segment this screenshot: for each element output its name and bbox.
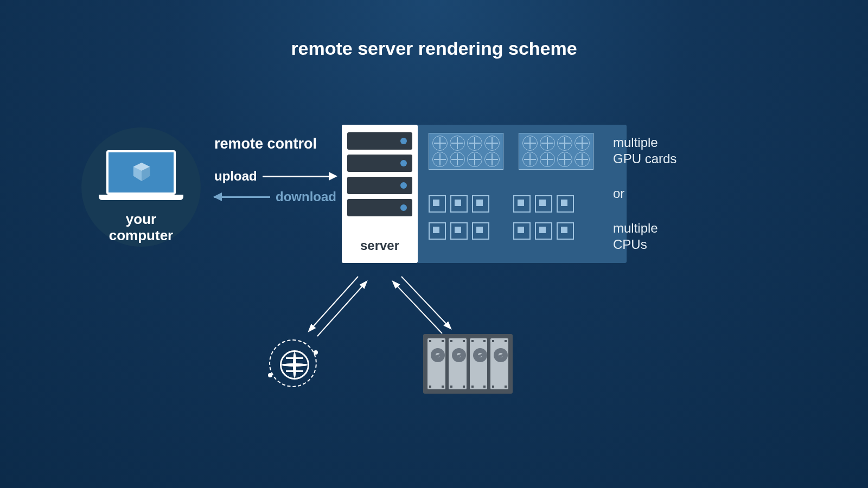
diagram-canvas: remote server rendering scheme your comp… [0,0,868,488]
cpu-chip-icon [535,222,552,240]
diagram-title: remote server rendering scheme [0,38,868,59]
gpu-label-1: multiple [613,134,676,151]
server-tower-icon: server [342,125,418,263]
svg-line-6 [393,282,442,333]
download-arrow-icon [214,196,270,198]
or-label: or [613,185,676,202]
svg-line-5 [401,277,450,328]
cpu-chip-icon [472,195,489,213]
cpu-chip-icon [450,222,468,240]
connection-arrows: remote control upload download [214,136,336,204]
cpu-chip-icon [429,195,446,213]
cube-icon [131,162,152,182]
remote-control-label: remote control [214,136,336,152]
cpu-chip-icon [450,195,468,213]
hard-drive-array-icon [423,334,513,394]
upload-label: upload [214,169,257,184]
gpu-label-2: GPU cards [613,151,676,167]
your-computer-label-1: your [126,211,156,227]
svg-line-4 [317,282,366,336]
cpu-chip-icon [513,222,531,240]
hardware-side-labels: multiple GPU cards or multiple CPUs [613,134,676,253]
download-label: download [276,189,336,204]
cpu-chip-icon [429,222,446,240]
gpu-card-icon [519,133,593,170]
gpu-card-icon [429,133,503,170]
laptop-icon [106,150,176,202]
your-computer-label-2: computer [109,227,173,243]
upload-arrow-icon [263,176,336,177]
cpu-chip-icon [472,222,489,240]
cpu-label-2: CPUs [613,236,676,253]
svg-line-3 [309,277,358,331]
server-label: server [342,238,418,253]
cpu-label-1: multiple [613,220,676,236]
cpu-chip-icon [557,222,574,240]
compute-hardware-panel [418,125,627,263]
cpu-chip-icon [535,195,552,213]
cpu-chip-icon [513,195,531,213]
cpu-chip-icon [557,195,574,213]
your-computer-node: your computer [81,127,201,258]
cpu-grid [429,195,578,244]
globe-network-icon [266,336,320,390]
